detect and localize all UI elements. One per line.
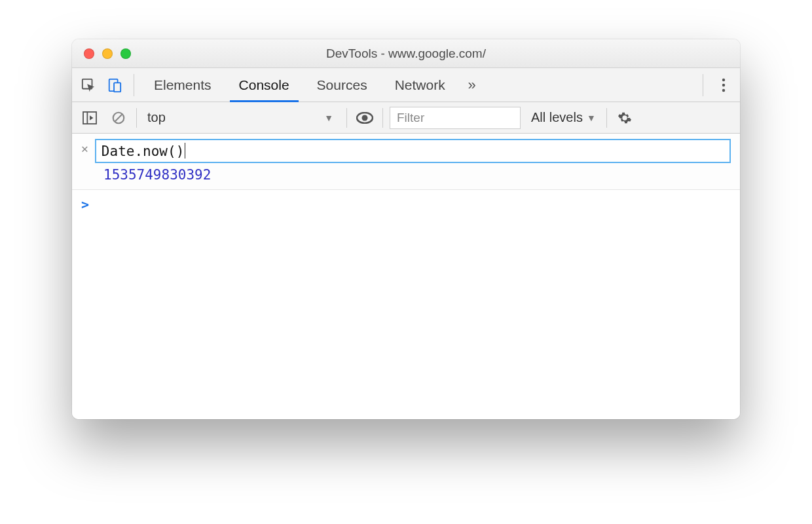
tab-label: Network	[395, 77, 445, 93]
traffic-lights	[72, 48, 131, 59]
console-filterbar: top ▼ All levels ▼	[72, 102, 740, 134]
svg-rect-2	[114, 83, 120, 92]
minimize-window-button[interactable]	[102, 48, 113, 59]
divider	[346, 108, 347, 128]
close-window-button[interactable]	[84, 48, 94, 59]
clear-console-icon[interactable]	[107, 107, 130, 129]
expression-editor[interactable]: Date.now()	[95, 139, 731, 163]
chevron-down-icon: ▼	[324, 113, 333, 123]
text-caret	[185, 143, 185, 159]
divider	[382, 108, 383, 128]
expression-row: ✕ Date.now()	[72, 134, 740, 166]
svg-line-9	[115, 114, 122, 121]
svg-point-3	[722, 78, 725, 81]
tab-sources[interactable]: Sources	[305, 68, 379, 102]
tab-label: Sources	[317, 77, 367, 93]
svg-point-4	[722, 83, 725, 86]
window-titlebar: DevTools - www.google.com/	[72, 39, 740, 68]
divider	[703, 74, 703, 96]
overflow-glyph: »	[468, 77, 476, 94]
live-expression-icon[interactable]	[354, 107, 376, 129]
devtools-tabstrip: Elements Console Sources Network »	[72, 68, 740, 102]
expression-result: 1535749830392	[72, 166, 740, 189]
prompt-chevron-icon: >	[81, 196, 89, 212]
filter-input[interactable]	[390, 107, 521, 129]
console-settings-icon[interactable]	[614, 107, 636, 129]
chevron-down-icon: ▼	[587, 113, 596, 123]
execution-context-selector[interactable]: top ▼	[143, 110, 340, 125]
divider	[136, 108, 137, 128]
close-icon[interactable]: ✕	[81, 143, 88, 155]
kebab-menu-icon[interactable]	[712, 74, 735, 96]
inspect-element-icon[interactable]	[77, 74, 100, 96]
tab-network[interactable]: Network	[383, 68, 457, 102]
toggle-sidebar-icon[interactable]	[79, 107, 101, 129]
svg-point-5	[722, 88, 725, 91]
console-entry: ✕ Date.now() 1535749830392	[72, 134, 740, 190]
expression-text: Date.now()	[101, 143, 184, 159]
tabs-overflow-button[interactable]: »	[461, 74, 483, 96]
window-title: DevTools - www.google.com/	[72, 47, 740, 61]
context-label: top	[147, 110, 166, 125]
log-levels-selector[interactable]: All levels ▼	[527, 110, 600, 125]
maximize-window-button[interactable]	[120, 48, 131, 59]
console-prompt-row[interactable]: >	[72, 190, 740, 219]
device-toolbar-icon[interactable]	[103, 74, 126, 96]
tab-elements[interactable]: Elements	[142, 68, 223, 102]
console-output[interactable]: ✕ Date.now() 1535749830392 >	[72, 134, 740, 419]
divider	[606, 108, 607, 128]
levels-label: All levels	[531, 110, 583, 125]
svg-point-11	[362, 115, 368, 121]
divider	[134, 74, 134, 96]
tab-label: Console	[239, 77, 289, 93]
tab-label: Elements	[154, 77, 212, 93]
tab-console[interactable]: Console	[227, 68, 301, 102]
devtools-window: DevTools - www.google.com/ Elements Cons…	[72, 39, 740, 419]
